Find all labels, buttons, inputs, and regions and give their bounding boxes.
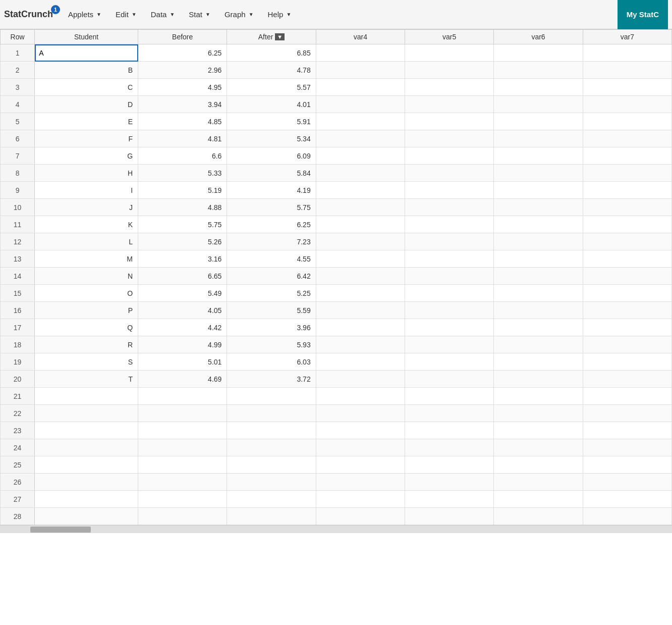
after-cell[interactable]: 4.78	[227, 62, 316, 79]
before-cell[interactable]	[138, 456, 227, 474]
var7-cell[interactable]	[583, 388, 671, 405]
before-cell[interactable]: 5.26	[138, 233, 227, 250]
after-cell[interactable]	[227, 439, 316, 456]
var4-cell[interactable]	[316, 250, 405, 268]
before-cell[interactable]: 4.88	[138, 199, 227, 216]
var4-cell[interactable]	[316, 491, 405, 508]
before-cell[interactable]: 4.95	[138, 79, 227, 96]
var6-cell[interactable]	[494, 319, 583, 336]
scrollbar-thumb[interactable]	[30, 527, 91, 533]
var7-cell[interactable]	[583, 233, 671, 250]
var6-cell[interactable]	[494, 250, 583, 268]
after-cell[interactable]: 7.23	[227, 233, 316, 250]
student-cell[interactable]	[35, 456, 138, 474]
col-header-student[interactable]: Student	[35, 30, 138, 44]
var7-cell[interactable]	[583, 165, 671, 182]
var7-cell[interactable]	[583, 336, 671, 353]
before-cell[interactable]: 6.25	[138, 44, 227, 62]
var6-cell[interactable]	[494, 96, 583, 113]
var6-cell[interactable]	[494, 268, 583, 285]
var7-cell[interactable]	[583, 44, 671, 62]
var4-cell[interactable]	[316, 456, 405, 474]
var7-cell[interactable]	[583, 353, 671, 371]
var5-cell[interactable]	[405, 199, 494, 216]
col-header-var6[interactable]: var6	[494, 30, 583, 44]
menu-applets[interactable]: Applets ▼	[62, 6, 107, 23]
var6-cell[interactable]	[494, 199, 583, 216]
after-cell[interactable]: 4.01	[227, 96, 316, 113]
before-cell[interactable]: 4.05	[138, 302, 227, 319]
var7-cell[interactable]	[583, 130, 671, 147]
var5-cell[interactable]	[405, 508, 494, 525]
horizontal-scrollbar[interactable]	[0, 525, 672, 533]
student-cell[interactable]: I	[35, 182, 138, 199]
var7-cell[interactable]	[583, 405, 671, 422]
var6-cell[interactable]	[494, 182, 583, 199]
after-cell[interactable]	[227, 474, 316, 491]
student-cell[interactable]: B	[35, 62, 138, 79]
var4-cell[interactable]	[316, 336, 405, 353]
var5-cell[interactable]	[405, 96, 494, 113]
student-cell[interactable]: Q	[35, 319, 138, 336]
var7-cell[interactable]	[583, 302, 671, 319]
after-cell[interactable]	[227, 422, 316, 439]
var7-cell[interactable]	[583, 147, 671, 165]
var6-cell[interactable]	[494, 353, 583, 371]
student-cell[interactable]	[35, 491, 138, 508]
before-cell[interactable]: 4.42	[138, 319, 227, 336]
var6-cell[interactable]	[494, 216, 583, 233]
var5-cell[interactable]	[405, 456, 494, 474]
var6-cell[interactable]	[494, 113, 583, 130]
var5-cell[interactable]	[405, 62, 494, 79]
var4-cell[interactable]	[316, 353, 405, 371]
var4-cell[interactable]	[316, 474, 405, 491]
before-cell[interactable]: 3.94	[138, 96, 227, 113]
after-cell[interactable]: 6.03	[227, 353, 316, 371]
var7-cell[interactable]	[583, 199, 671, 216]
before-cell[interactable]	[138, 474, 227, 491]
student-cell[interactable]: P	[35, 302, 138, 319]
var4-cell[interactable]	[316, 508, 405, 525]
var7-cell[interactable]	[583, 285, 671, 302]
after-cell[interactable]: 5.93	[227, 336, 316, 353]
student-cell[interactable]: G	[35, 147, 138, 165]
after-cell[interactable]: 5.84	[227, 165, 316, 182]
before-cell[interactable]: 3.16	[138, 250, 227, 268]
var4-cell[interactable]	[316, 182, 405, 199]
before-cell[interactable]	[138, 439, 227, 456]
after-cell[interactable]: 4.19	[227, 182, 316, 199]
var6-cell[interactable]	[494, 165, 583, 182]
var4-cell[interactable]	[316, 130, 405, 147]
col-header-before[interactable]: Before	[138, 30, 227, 44]
var7-cell[interactable]	[583, 474, 671, 491]
var5-cell[interactable]	[405, 371, 494, 388]
student-cell[interactable]	[35, 508, 138, 525]
student-cell[interactable]: H	[35, 165, 138, 182]
var5-cell[interactable]	[405, 336, 494, 353]
after-cell[interactable]: 6.85	[227, 44, 316, 62]
var4-cell[interactable]	[316, 44, 405, 62]
var6-cell[interactable]	[494, 62, 583, 79]
my-statc-button[interactable]: My StatC	[618, 0, 668, 29]
var5-cell[interactable]	[405, 388, 494, 405]
var6-cell[interactable]	[494, 491, 583, 508]
before-cell[interactable]: 6.65	[138, 268, 227, 285]
var7-cell[interactable]	[583, 113, 671, 130]
student-cell[interactable]	[35, 405, 138, 422]
var4-cell[interactable]	[316, 165, 405, 182]
var7-cell[interactable]	[583, 250, 671, 268]
before-cell[interactable]: 5.75	[138, 216, 227, 233]
col-header-var5[interactable]: var5	[405, 30, 494, 44]
var6-cell[interactable]	[494, 439, 583, 456]
var7-cell[interactable]	[583, 422, 671, 439]
var5-cell[interactable]	[405, 130, 494, 147]
student-cell[interactable]: L	[35, 233, 138, 250]
col-header-var7[interactable]: var7	[583, 30, 671, 44]
before-cell[interactable]	[138, 388, 227, 405]
var6-cell[interactable]	[494, 233, 583, 250]
var6-cell[interactable]	[494, 405, 583, 422]
student-cell[interactable]	[35, 422, 138, 439]
after-cell[interactable]: 4.55	[227, 250, 316, 268]
var6-cell[interactable]	[494, 336, 583, 353]
var4-cell[interactable]	[316, 285, 405, 302]
